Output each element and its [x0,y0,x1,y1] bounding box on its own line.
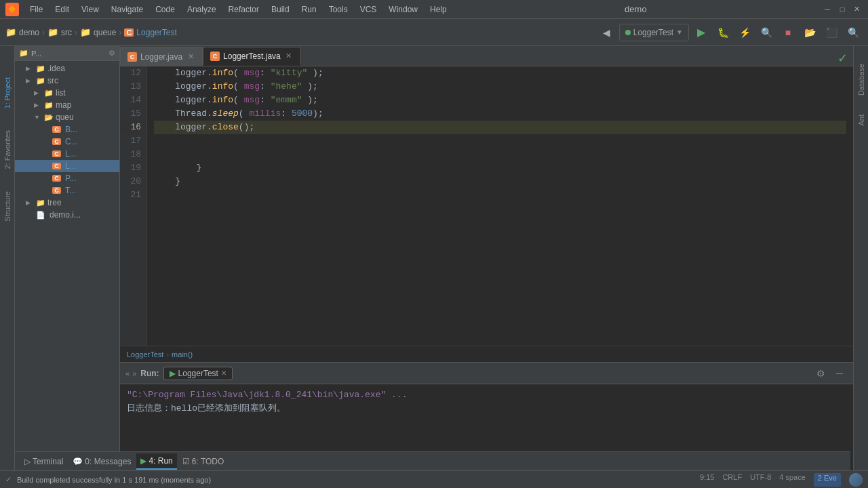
database-label[interactable]: Database [856,60,867,100]
tree-item-l2[interactable]: C L... [15,160,119,172]
minimize-button[interactable]: ─ [822,4,833,15]
menu-vcs[interactable]: VCS [355,3,382,16]
right-panel-labels: Database Ant [853,46,868,470]
line-num-15: 15 [120,107,146,121]
breadcrumb-demo: demo [19,28,39,37]
menu-analyze[interactable]: Analyze [182,3,222,16]
close-button[interactable]: ✕ [852,4,863,15]
tree-item-src[interactable]: ▶ 📁 src [15,75,119,87]
line-num-17: 17 [120,134,146,148]
tab-close-loggertest[interactable]: ✕ [284,52,294,61]
run-label: Run: [140,369,159,378]
todo-tab[interactable]: ☑ 6: TODO [178,453,229,470]
run-minimize-button[interactable]: ─ [831,365,848,382]
menu-navigate[interactable]: Navigate [106,3,149,16]
app-icon: 🔶 [5,3,19,16]
tree-item-b[interactable]: C B... [15,123,119,136]
tree-item-map[interactable]: ▶ 📁 map [15,99,119,111]
bottom-tool-tabs: ▷ Terminal 💬 0: Messages ▶ 4: Run ☑ 6: T… [15,451,850,470]
sync-button[interactable]: ⬛ [822,23,841,42]
run-settings-button[interactable]: ⚙ [812,365,829,382]
tree-item-demo[interactable]: 📄 demo.i... [15,209,119,221]
tree-item-tree[interactable]: ▶ 📁 tree [15,197,119,209]
profile-button[interactable]: 🔍 [757,23,776,42]
tree-label-p: P... [65,174,76,183]
folder-icon-src: 📁 [36,77,45,85]
tab-close-logger[interactable]: ✕ [186,52,195,62]
tree-item-c[interactable]: C C... [15,136,119,148]
code-content[interactable]: 🔒 logger.info( msg: "kitty" ); logger.in… [147,66,853,346]
menu-file[interactable]: File [24,3,48,16]
folder-icon-queue: 📂 [44,113,54,122]
project-files-button[interactable]: 📂 [800,23,819,42]
status-build-icon: ✓ [5,475,12,484]
menu-code[interactable]: Code [150,3,180,16]
class-icon-b: C [52,126,61,133]
coverage-button[interactable]: ⚡ [735,23,754,42]
code-line-21 [154,188,846,202]
status-build-msg: Build completed successfully in 1 s 191 … [17,476,211,484]
status-linesep[interactable]: CRLF [722,473,742,487]
status-indent[interactable]: 4 space [779,473,806,487]
project-title: demo [625,4,650,14]
run-output-cmd: "C:\Program Files\Java\jdk1.8.0_241\bin\… [127,388,846,402]
menu-window[interactable]: Window [383,3,423,16]
tree-item-queue[interactable]: ▼ 📂 queu [15,111,119,123]
run-tab-bottom[interactable]: ▶ 4: Run [136,453,176,470]
tree-item-idea[interactable]: ▶ 📁 .idea [15,62,119,75]
breadcrumb-src: src [61,28,72,37]
menu-tools[interactable]: Tools [323,3,353,16]
structure-label[interactable]: Structure [2,187,13,226]
run-panel-prev[interactable]: » [132,369,136,378]
editor-tabs: C Logger.java ✕ C LoggerTest.java ✕ ✓ [120,46,853,66]
menu-help[interactable]: Help [425,3,452,16]
tree-arrow-src: ▶ [26,77,34,84]
run-tab-close[interactable]: ✕ [221,369,226,377]
maximize-button[interactable]: □ [837,4,848,15]
menu-run[interactable]: Run [296,3,322,16]
user-avatar [849,473,863,487]
run-config[interactable]: LoggerTest ▼ [619,24,689,41]
menu-refactor[interactable]: Refactor [223,3,264,16]
menu-edit[interactable]: Edit [50,3,75,16]
run-panel-collapse[interactable]: « [125,369,130,378]
terminal-tab[interactable]: ▷ Terminal [20,453,67,470]
code-line-17 [154,134,846,148]
stop-button[interactable]: ■ [778,23,797,42]
panel-settings[interactable]: ⚙ [108,49,115,58]
menu-view[interactable]: View [76,3,104,16]
search-everywhere-button[interactable]: 🔍 [844,23,863,42]
panel-title: P... [31,49,41,58]
status-encoding[interactable]: UTF-8 [750,473,771,487]
toolbar-breadcrumb: 📁 demo › 📁 src › 📁 queue › C LoggerTest [5,27,177,37]
tab-icon-logger: C [127,52,137,62]
window-controls: ─ □ ✕ [822,4,863,15]
folder-icon-list: 📁 [44,89,54,98]
code-line-18 [154,148,846,161]
tree-item-t[interactable]: C T... [15,184,119,197]
run-button[interactable]: ▶ [692,23,711,42]
tree-container: ▶ 📁 .idea ▶ 📁 src ▶ 📁 list ▶ 📁 map [15,61,119,470]
ant-label[interactable]: Ant [856,110,867,130]
menu-build[interactable]: Build [266,3,295,16]
tree-item-list[interactable]: ▶ 📁 list [15,87,119,99]
messages-tab[interactable]: 💬 0: Messages [68,453,135,470]
status-position[interactable]: 9:15 [700,473,714,487]
favorites-label[interactable]: 2: Favorites [2,126,13,173]
tree-item-p[interactable]: C P... [15,172,119,184]
panel-icon: 📁 [19,49,28,58]
project-panel-label[interactable]: 1: Project [2,73,13,113]
tab-icon-loggertest: C [210,52,220,61]
run-panel-controls: ⚙ ─ [812,365,848,382]
tree-label-idea: .idea [47,64,65,73]
debug-button[interactable]: 🐛 [713,23,732,42]
code-line-12: logger.info( msg: "kitty" ); [154,66,846,80]
tree-label-src: src [47,76,58,85]
event-log-badge[interactable]: 2 Eve [814,473,841,487]
back-button[interactable]: ◀ [597,23,616,42]
run-tab-loggertest[interactable]: ▶ LoggerTest ✕ [163,367,233,380]
tree-item-l1[interactable]: C L... [15,148,119,160]
code-line-19: } [154,161,846,175]
tab-loggertest[interactable]: C LoggerTest.java ✕ [203,47,301,66]
tab-logger[interactable]: C Logger.java ✕ [120,47,203,66]
